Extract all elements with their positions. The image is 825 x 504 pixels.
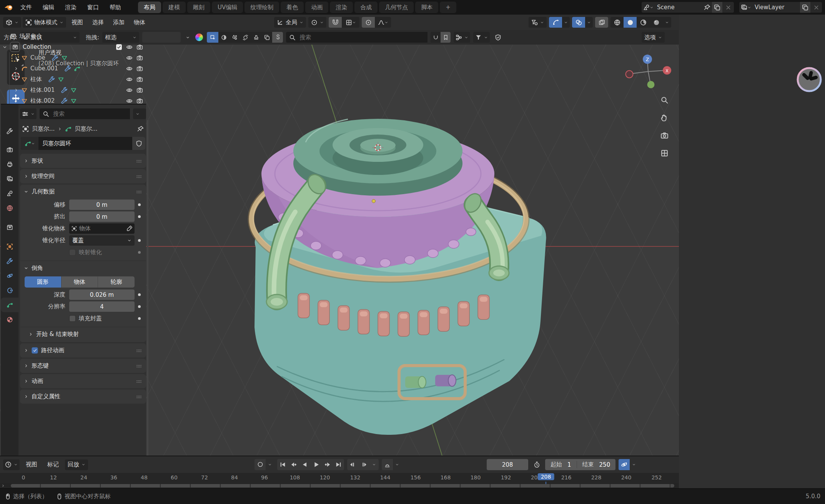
hide-eye-icon[interactable] bbox=[126, 55, 133, 61]
expand-chevron-icon[interactable] bbox=[14, 87, 18, 93]
render-camera-icon[interactable] bbox=[136, 87, 143, 93]
sync-dropdown[interactable] bbox=[630, 459, 638, 470]
auto-keying-dropdown[interactable] bbox=[266, 459, 274, 470]
workspace-tab-compositing[interactable]: 合成 bbox=[354, 2, 378, 13]
modifier-wrench-icon[interactable] bbox=[48, 76, 55, 83]
workspace-tab-uv[interactable]: UV编辑 bbox=[212, 2, 243, 13]
tool-search-input[interactable] bbox=[297, 32, 427, 43]
collection-checkbox[interactable] bbox=[116, 44, 122, 50]
mesh-data-icon[interactable] bbox=[58, 76, 64, 83]
gizmos-toggle[interactable] bbox=[549, 17, 562, 28]
render-camera-icon[interactable] bbox=[136, 44, 143, 50]
breadcrumb-object[interactable]: 贝塞尔... bbox=[32, 125, 55, 133]
panel-drag-handle[interactable] bbox=[136, 394, 142, 400]
panel-shape-keys[interactable]: 形态键 bbox=[20, 359, 146, 373]
subpanel-start-end-header[interactable]: 开始 & 结束映射 bbox=[20, 327, 146, 341]
filter-hook-button[interactable] bbox=[272, 32, 283, 43]
empty-field[interactable] bbox=[142, 32, 181, 43]
panel-drag-handle[interactable] bbox=[136, 158, 142, 165]
tab-tool[interactable] bbox=[1, 124, 18, 138]
tab-collection[interactable] bbox=[1, 220, 18, 235]
filter-world-button[interactable] bbox=[240, 32, 251, 43]
outliner-row-cylinder002[interactable]: 柱体.002 bbox=[1, 95, 146, 104]
workspace-tab-scripting[interactable]: 脚本 bbox=[415, 2, 438, 13]
timeline-menu-marker[interactable]: 标记 bbox=[43, 459, 63, 470]
expand-chevron-icon[interactable] bbox=[14, 98, 18, 104]
outliner-row-cube[interactable]: Cube bbox=[1, 52, 146, 63]
filter-halfsphere-button[interactable] bbox=[218, 32, 229, 43]
gizmos-dropdown[interactable] bbox=[562, 17, 570, 28]
navigation-gizmo[interactable]: Z X bbox=[615, 52, 677, 91]
properties-options-chevron[interactable] bbox=[133, 108, 146, 119]
bevel-depth-field[interactable]: 0.026 m bbox=[69, 289, 135, 300]
panel-drag-handle[interactable] bbox=[136, 363, 142, 369]
shading-wireframe-button[interactable] bbox=[610, 17, 624, 28]
workspace-tab-animation[interactable]: 动画 bbox=[305, 2, 328, 13]
playback-dropdown[interactable]: 回放 bbox=[65, 459, 88, 470]
frame-end-field[interactable]: 结束 250 bbox=[577, 461, 616, 468]
taper-object-field[interactable]: 物体 bbox=[69, 223, 135, 234]
timeline-editor-type-button[interactable] bbox=[3, 459, 20, 470]
workspace-tab-shading[interactable]: 着色 bbox=[281, 2, 304, 13]
bevel-mode-round[interactable]: 圆形 bbox=[25, 276, 62, 288]
overlays-toggle[interactable] bbox=[572, 17, 585, 28]
menu-window[interactable]: 窗口 bbox=[82, 0, 104, 15]
filter-select-box-button[interactable] bbox=[207, 32, 218, 43]
menu-render[interactable]: 渲染 bbox=[60, 0, 82, 15]
menu-help[interactable]: 帮助 bbox=[105, 0, 126, 15]
ortho-grid-icon[interactable] bbox=[658, 147, 670, 159]
properties-scrollbar[interactable] bbox=[147, 120, 148, 484]
tab-render[interactable] bbox=[1, 142, 18, 157]
mesh-data-icon[interactable] bbox=[61, 55, 68, 61]
hide-eye-icon[interactable] bbox=[126, 65, 133, 72]
funnel-filter-dropdown[interactable] bbox=[473, 32, 490, 43]
proportional-edit-toggle[interactable] bbox=[362, 17, 375, 28]
workspace-tab-modeling[interactable]: 建模 bbox=[163, 2, 186, 13]
playhead[interactable]: 208 bbox=[538, 473, 554, 480]
mode-selector[interactable]: 物体模式 bbox=[23, 17, 66, 28]
workspace-tab-rendering[interactable]: 渲染 bbox=[330, 2, 353, 13]
tab-output[interactable] bbox=[1, 157, 18, 171]
collapse-chevron-icon[interactable] bbox=[184, 34, 191, 41]
outliner-row-collection[interactable]: Collection bbox=[1, 42, 146, 52]
pin-icon[interactable] bbox=[702, 4, 712, 11]
camera-view-icon[interactable] bbox=[658, 129, 670, 141]
breadcrumb-data[interactable]: 贝塞尔... bbox=[75, 125, 97, 133]
visibility-dropdown[interactable] bbox=[529, 17, 547, 28]
panel-geometry-header[interactable]: 几何数据 bbox=[20, 185, 146, 199]
viewport-menu-object[interactable]: 物体 bbox=[130, 17, 149, 28]
prev-keyframe-button[interactable] bbox=[288, 459, 299, 470]
taper-radius-dropdown[interactable]: 覆盖 bbox=[69, 235, 135, 246]
viewport-menu-view[interactable]: 视图 bbox=[68, 17, 87, 28]
expand-chevron-icon[interactable] bbox=[14, 65, 18, 72]
panel-drag-handle[interactable] bbox=[136, 378, 142, 385]
auto-keying-record-button[interactable] bbox=[254, 459, 266, 470]
bevel-mode-profile[interactable]: 轮廓 bbox=[98, 276, 135, 288]
animate-dot[interactable] bbox=[138, 203, 141, 206]
panel-texture-space[interactable]: 纹理空间 bbox=[20, 169, 146, 183]
extrude-field[interactable]: 0 m bbox=[69, 211, 135, 222]
render-camera-icon[interactable] bbox=[136, 98, 143, 104]
current-frame-field[interactable]: 208 bbox=[487, 459, 528, 470]
panel-shape[interactable]: 形状 bbox=[20, 154, 146, 168]
tab-constraints[interactable] bbox=[1, 283, 18, 298]
modifier-wrench-icon[interactable] bbox=[52, 55, 58, 61]
modifier-wrench-icon[interactable] bbox=[65, 65, 71, 72]
tab-physics[interactable] bbox=[1, 268, 18, 283]
play-reverse-button[interactable] bbox=[299, 459, 311, 470]
tab-world[interactable] bbox=[1, 201, 18, 215]
frame-forward-button[interactable] bbox=[358, 459, 369, 470]
hide-eye-icon[interactable] bbox=[126, 87, 133, 93]
pivot-point-dropdown[interactable] bbox=[308, 17, 326, 28]
workspace-tab-layout[interactable]: 布局 bbox=[138, 2, 161, 13]
animate-dot[interactable] bbox=[138, 251, 141, 254]
shading-solid-button[interactable] bbox=[624, 17, 637, 28]
scene-selector[interactable]: Scene bbox=[642, 2, 734, 13]
menu-file[interactable]: 文件 bbox=[15, 0, 37, 15]
region-expand-icon[interactable] bbox=[1, 483, 5, 488]
play-button[interactable] bbox=[311, 459, 322, 470]
mesh-data-icon[interactable] bbox=[70, 87, 77, 93]
shading-rendered-button[interactable] bbox=[650, 17, 663, 28]
datablock-name[interactable]: 贝塞尔圆环 bbox=[38, 140, 132, 147]
mesh-data-icon[interactable] bbox=[70, 98, 77, 104]
